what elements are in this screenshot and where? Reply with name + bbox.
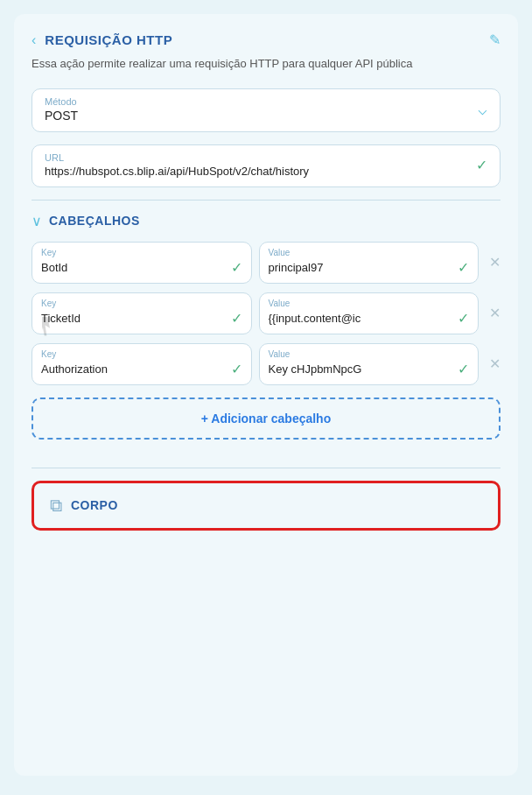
value-label-3: Value [269, 349, 470, 359]
method-field-group: Método POST ⌵ [32, 88, 500, 132]
header-key-cell-3[interactable]: Key Authorization ✓ [32, 343, 252, 385]
value-inner-2: {{input.content@ic ✓ [269, 310, 470, 327]
key-value-1: BotId [41, 261, 224, 274]
value-label-1: Value [269, 248, 470, 257]
external-link-icon: ⧉ [50, 496, 62, 516]
value-value-1: principal97 [269, 261, 452, 274]
value-value-3: Key cHJpbmNpcG [269, 362, 452, 376]
key-label-3: Key [41, 349, 242, 359]
chevron-down-icon: ⌵ [478, 100, 487, 119]
corpo-title: CORPO [71, 498, 118, 512]
url-label: URL [45, 152, 469, 163]
url-content: URL https://hubspot.cs.blip.ai/api/HubSp… [45, 152, 469, 178]
key-check-icon-1: ✓ [231, 259, 242, 276]
panel-description: Essa ação permite realizar uma requisiçã… [32, 55, 500, 73]
header-value-cell-3[interactable]: Value Key cHJpbmNpcG ✓ [259, 343, 480, 385]
value-label-2: Value [269, 299, 470, 308]
table-row: Key TicketId ✓ Value {{input.content@ic … [32, 292, 500, 334]
url-value: https://hubspot.cs.blip.ai/api/HubSpot/v… [45, 165, 469, 178]
back-button[interactable]: ‹ [32, 32, 36, 48]
value-check-icon-2: ✓ [458, 310, 469, 327]
key-inner-3: Authorization ✓ [41, 361, 242, 377]
divider-1 [32, 200, 500, 201]
headers-grid: Key BotId ✓ Value principal97 ✓ ✕ Key T [32, 242, 500, 385]
header-key-cell-1[interactable]: Key BotId ✓ [32, 242, 252, 284]
divider-2 [32, 468, 500, 468]
value-value-2: {{input.content@ic [269, 312, 452, 325]
edit-icon[interactable]: ✎ [489, 32, 500, 48]
remove-row-2-button[interactable]: ✕ [489, 305, 500, 321]
key-inner-2: TicketId ✓ [41, 310, 242, 327]
value-check-icon-3: ✓ [458, 361, 469, 377]
cabecalhos-section-header: ∨ CABEÇALHOS [32, 213, 500, 229]
url-field-group: URL https://hubspot.cs.blip.ai/api/HubSp… [32, 144, 500, 187]
key-value-3: Authorization [41, 362, 224, 376]
value-inner-3: Key cHJpbmNpcG ✓ [269, 361, 470, 377]
header-value-cell-2[interactable]: Value {{input.content@ic ✓ [259, 292, 480, 334]
key-check-icon-2: ✓ [231, 310, 242, 327]
key-inner-1: BotId ✓ [41, 259, 242, 276]
url-check-icon: ✓ [476, 157, 487, 173]
url-field[interactable]: URL https://hubspot.cs.blip.ai/api/HubSp… [32, 144, 500, 187]
value-check-icon-1: ✓ [458, 259, 469, 276]
key-label-2: Key [41, 299, 242, 308]
title-row: ‹ REQUISIÇÃO HTTP [32, 32, 172, 48]
key-value-2: TicketId [41, 312, 224, 325]
main-panel: ‹ REQUISIÇÃO HTTP ✎ Essa ação permite re… [14, 14, 518, 776]
corpo-section[interactable]: ⧉ CORPO [32, 481, 500, 531]
table-row: Key BotId ✓ Value principal97 ✓ ✕ [32, 242, 500, 284]
method-value: POST [45, 109, 78, 123]
method-content: Método POST [45, 96, 78, 123]
value-inner-1: principal97 ✓ [269, 259, 470, 276]
add-header-button[interactable]: + Adicionar cabeçalho [32, 398, 500, 440]
key-label-1: Key [41, 248, 242, 257]
page-title: REQUISIÇÃO HTTP [45, 32, 172, 47]
header-key-cell-2[interactable]: Key TicketId ✓ [32, 292, 252, 334]
key-check-icon-3: ✓ [231, 361, 242, 377]
method-field[interactable]: Método POST ⌵ [32, 88, 500, 132]
panel-header: ‹ REQUISIÇÃO HTTP ✎ [32, 32, 500, 48]
method-label: Método [45, 96, 78, 107]
header-value-cell-1[interactable]: Value principal97 ✓ [259, 242, 480, 284]
cabecalhos-title: CABEÇALHOS [49, 214, 140, 228]
remove-row-1-button[interactable]: ✕ [489, 254, 500, 271]
section-chevron-icon[interactable]: ∨ [32, 213, 42, 229]
table-row: Key Authorization ✓ Value Key cHJpbmNpcG… [32, 343, 500, 385]
remove-row-3-button[interactable]: ✕ [489, 355, 500, 372]
